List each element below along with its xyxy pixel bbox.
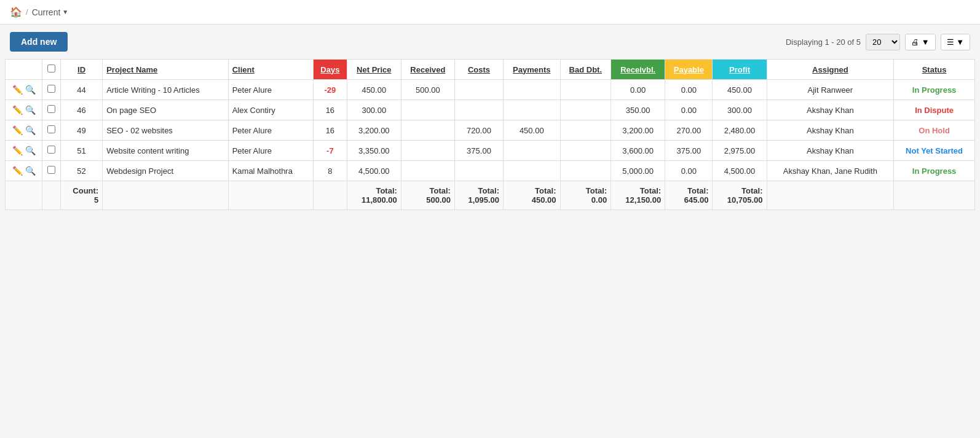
- row-id: 52: [61, 161, 103, 181]
- row-id: 44: [61, 80, 103, 100]
- row-days: 16: [313, 120, 347, 141]
- th-costs[interactable]: Costs: [454, 60, 503, 80]
- row-checkbox: [42, 120, 61, 141]
- row-profit: 2,480.00: [713, 120, 767, 141]
- row-id: 49: [61, 120, 103, 141]
- row-costs: [454, 100, 503, 120]
- edit-icon[interactable]: ✏️: [12, 146, 23, 155]
- row-project-name: Article Writing - 10 Articles: [103, 80, 228, 100]
- row-select-checkbox[interactable]: [47, 85, 55, 93]
- th-payable[interactable]: Payable: [665, 60, 713, 80]
- row-client: Peter Alure: [228, 120, 313, 141]
- per-page-select[interactable]: 10 20 50 100: [866, 34, 900, 50]
- th-project-name[interactable]: Project Name: [103, 60, 228, 80]
- row-project-name: SEO - 02 websites: [103, 120, 228, 141]
- row-received: [401, 120, 454, 141]
- projects-table: ID Project Name Client Days Net Price Re…: [5, 59, 975, 210]
- totals-row: Count:5 Total:11,800.00 Total:500.00 Tot…: [6, 181, 975, 210]
- row-profit: 300.00: [713, 100, 767, 120]
- th-client[interactable]: Client: [228, 60, 313, 80]
- search-icon[interactable]: 🔍: [25, 125, 36, 135]
- footer-total-receivbl: Total:12,150.00: [611, 181, 665, 210]
- row-select-checkbox[interactable]: [47, 166, 55, 174]
- search-icon[interactable]: 🔍: [25, 166, 36, 176]
- th-days[interactable]: Days: [313, 60, 347, 80]
- row-costs: [454, 80, 503, 100]
- row-id: 46: [61, 100, 103, 120]
- table-row: ✏️ 🔍 51 Website content writing Peter Al…: [6, 141, 975, 161]
- row-profit: 4,500.00: [713, 161, 767, 181]
- row-project-name: On page SEO: [103, 100, 228, 120]
- th-id[interactable]: ID: [61, 60, 103, 80]
- edit-icon[interactable]: ✏️: [12, 105, 23, 115]
- breadcrumb-separator: /: [26, 7, 28, 17]
- search-icon[interactable]: 🔍: [25, 146, 36, 155]
- row-assigned: Ajit Ranweer: [767, 80, 894, 100]
- footer-empty-7: [894, 181, 975, 210]
- row-bad-dbt: [560, 80, 611, 100]
- displaying-text: Displaying 1 - 20 of 5: [786, 37, 861, 47]
- row-days: 16: [313, 100, 347, 120]
- current-dropdown-button[interactable]: Current ▼: [32, 7, 69, 17]
- row-checkbox: [42, 161, 61, 181]
- row-payments: [504, 80, 561, 100]
- row-checkbox: [42, 80, 61, 100]
- table-wrapper: ID Project Name Client Days Net Price Re…: [0, 59, 980, 220]
- home-icon[interactable]: 🏠: [10, 6, 22, 18]
- row-client: Peter Alure: [228, 80, 313, 100]
- th-checkbox: [42, 60, 61, 80]
- row-status: In Dispute: [894, 100, 975, 120]
- footer-total-payments: Total:450.00: [504, 181, 561, 210]
- row-status: In Progress: [894, 80, 975, 100]
- edit-icon[interactable]: ✏️: [12, 166, 23, 176]
- row-assigned: Akshay Khan: [767, 100, 894, 120]
- th-net-price[interactable]: Net Price: [347, 60, 401, 80]
- edit-icon[interactable]: ✏️: [12, 85, 23, 95]
- select-all-checkbox[interactable]: [47, 65, 55, 72]
- th-receivbl[interactable]: Receivbl.: [611, 60, 665, 80]
- th-bad-dbt[interactable]: Bad Dbt.: [560, 60, 611, 80]
- th-payments[interactable]: Payments: [504, 60, 561, 80]
- search-icon[interactable]: 🔍: [25, 85, 36, 95]
- search-icon[interactable]: 🔍: [25, 105, 36, 115]
- row-profit: 450.00: [713, 80, 767, 100]
- row-days: 8: [313, 161, 347, 181]
- row-bad-dbt: [560, 100, 611, 120]
- row-bad-dbt: [560, 161, 611, 181]
- footer-total-received: Total:500.00: [401, 181, 454, 210]
- footer-empty-3: [103, 181, 228, 210]
- th-status[interactable]: Status: [894, 60, 975, 80]
- current-label: Current: [32, 7, 61, 17]
- edit-icon[interactable]: ✏️: [12, 125, 23, 135]
- row-received: [401, 100, 454, 120]
- row-bad-dbt: [560, 120, 611, 141]
- row-select-checkbox[interactable]: [47, 125, 55, 133]
- row-payable: 0.00: [665, 100, 713, 120]
- th-received[interactable]: Received: [401, 60, 454, 80]
- footer-total-costs: Total:1,095.00: [454, 181, 503, 210]
- add-new-button[interactable]: Add new: [10, 32, 68, 52]
- table-row: ✏️ 🔍 52 Webdesign Project Kamal Malhothr…: [6, 161, 975, 181]
- row-actions: ✏️ 🔍: [6, 161, 42, 181]
- row-days: -7: [313, 141, 347, 161]
- row-receivbl: 0.00: [611, 80, 665, 100]
- th-assigned[interactable]: Assigned: [767, 60, 894, 80]
- row-select-checkbox[interactable]: [47, 105, 55, 113]
- row-profit: 2,975.00: [713, 141, 767, 161]
- row-checkbox: [42, 100, 61, 120]
- row-payable: 375.00: [665, 141, 713, 161]
- row-status: In Progress: [894, 161, 975, 181]
- toolbar-right: Displaying 1 - 20 of 5 10 20 50 100 🖨 ▼ …: [786, 34, 970, 50]
- print-button[interactable]: 🖨 ▼: [905, 34, 935, 50]
- row-client: Kamal Malhothra: [228, 161, 313, 181]
- footer-total-net-price: Total:11,800.00: [347, 181, 401, 210]
- row-payable: 0.00: [665, 161, 713, 181]
- th-profit[interactable]: Profit: [713, 60, 767, 80]
- table-row: ✏️ 🔍 49 SEO - 02 websites Peter Alure 16…: [6, 120, 975, 141]
- row-select-checkbox[interactable]: [47, 146, 55, 154]
- row-receivbl: 5,000.00: [611, 161, 665, 181]
- table-row: ✏️ 🔍 46 On page SEO Alex Contiry 16 300.…: [6, 100, 975, 120]
- columns-button[interactable]: ☰ ▼: [941, 34, 970, 50]
- row-net-price: 4,500.00: [347, 161, 401, 181]
- row-payments: [504, 161, 561, 181]
